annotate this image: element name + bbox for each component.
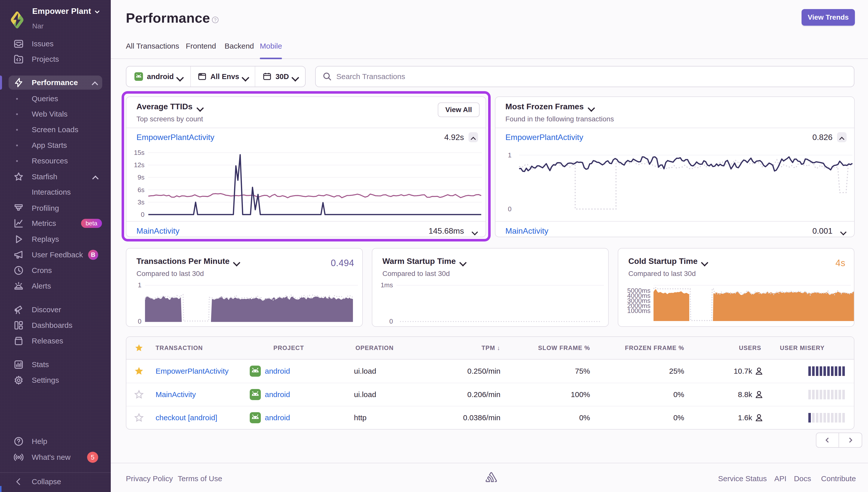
svg-text:1: 1 [508, 151, 511, 159]
svg-text:9s: 9s [138, 173, 145, 181]
svg-text:1000ms: 1000ms [627, 307, 651, 315]
svg-text:0: 0 [389, 318, 393, 325]
svg-text:0: 0 [508, 205, 511, 213]
svg-text:0: 0 [141, 211, 145, 218]
svg-text:3s: 3s [138, 198, 145, 206]
svg-text:15s: 15s [134, 149, 145, 156]
svg-text:12s: 12s [134, 161, 145, 169]
svg-text:6s: 6s [138, 186, 145, 194]
svg-text:1ms: 1ms [381, 281, 393, 289]
svg-text:0: 0 [138, 318, 142, 325]
svg-text:1: 1 [138, 281, 142, 289]
